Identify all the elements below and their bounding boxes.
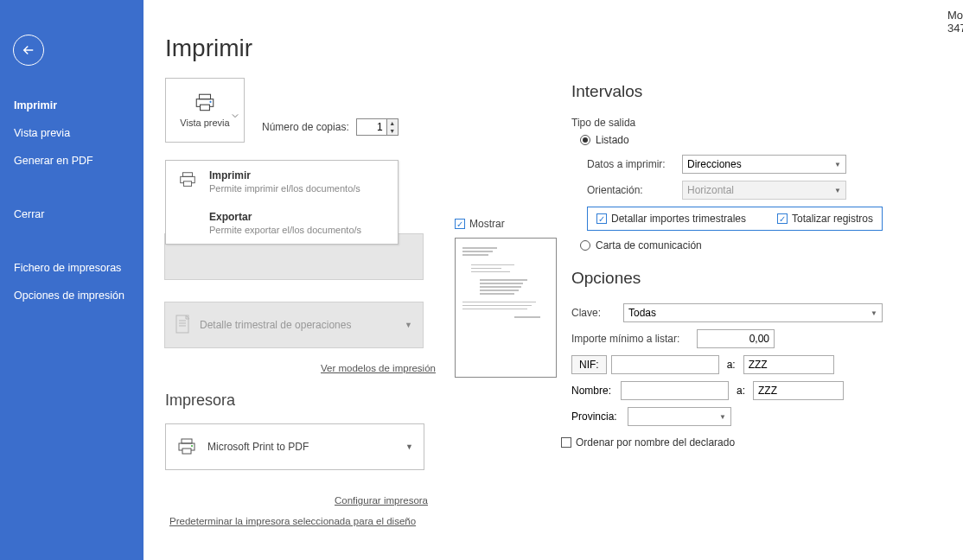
svg-rect-4: [183, 173, 193, 177]
detallar-checkbox[interactable]: ✓Detallar importes trimestrales: [596, 213, 746, 225]
printer-name: Microsoft Print to PDF: [207, 441, 309, 453]
back-button[interactable]: [13, 35, 44, 66]
datos-imprimir-value: Direcciones: [687, 158, 742, 170]
menu-exportar-desc: Permite exportar el/los documento/s: [209, 225, 361, 235]
svg-rect-2: [201, 105, 210, 111]
preview-thumbnail[interactable]: [455, 238, 557, 378]
vista-previa-label: Vista previa: [180, 118, 229, 128]
mostrar-label: Mostrar: [469, 218, 505, 230]
mostrar-checkbox[interactable]: ✓: [455, 219, 465, 229]
copies-spinner[interactable]: ▲ ▼: [356, 118, 399, 136]
a-label-1: a:: [724, 359, 739, 371]
svg-point-14: [191, 445, 193, 447]
detallar-label: Detallar importes trimestrales: [611, 213, 746, 225]
svg-point-3: [209, 100, 211, 102]
radio-carta[interactable]: [580, 240, 590, 251]
opciones-heading: Opciones: [571, 269, 883, 288]
datos-imprimir-label: Datos a imprimir:: [587, 158, 682, 170]
printer-icon: [194, 93, 216, 112]
menu-exportar[interactable]: Exportar Permite exportar el/los documen…: [166, 202, 398, 244]
orientacion-label: Orientación:: [587, 184, 682, 196]
printer-select[interactable]: Microsoft Print to PDF ▼: [165, 423, 424, 470]
ordenar-label: Ordenar por nombre del declarado: [576, 436, 735, 449]
orientacion-value: Horizontal: [687, 184, 734, 196]
a-label-2: a:: [733, 385, 749, 397]
menu-exportar-title: Exportar: [209, 211, 361, 223]
chevron-down-icon: ▼: [405, 321, 412, 329]
provincia-select[interactable]: ▼: [628, 407, 731, 426]
configurar-impresora-link[interactable]: Configurar impresora: [335, 495, 428, 506]
export-icon: [176, 211, 199, 235]
ver-modelos-link[interactable]: Ver modelos de impresión: [321, 363, 436, 373]
totalizar-label: Totalizar registros: [792, 213, 873, 225]
nombre-label: Nombre:: [571, 385, 616, 397]
copies-label: Número de copias:: [262, 121, 349, 133]
nombre-to-input[interactable]: [753, 381, 844, 400]
main-area: Modelo 347 Imprimir Vista previa Número …: [143, 0, 963, 560]
importe-label: Importe mínimo a listar:: [571, 333, 697, 345]
impresora-heading: Impresora: [165, 391, 235, 410]
spinner-up[interactable]: ▲: [387, 119, 398, 127]
nav-fichero-impresoras[interactable]: Fichero de impresoras: [0, 254, 143, 282]
orientacion-select: Horizontal▼: [682, 181, 846, 200]
nif-to-input[interactable]: [743, 355, 834, 374]
intervalos-heading: Intervalos: [571, 82, 883, 101]
clave-select[interactable]: Todas▼: [623, 303, 883, 322]
vista-previa-button[interactable]: Vista previa: [165, 78, 245, 143]
printer-icon: [176, 437, 197, 456]
nav-imprimir[interactable]: Imprimir: [0, 92, 143, 119]
radio-listado[interactable]: [580, 135, 590, 145]
nav-vista-previa[interactable]: Vista previa: [0, 119, 143, 147]
totalizar-checkbox[interactable]: ✓Totalizar registros: [777, 213, 873, 225]
radio-listado-label: Listado: [596, 134, 629, 146]
nombre-from-input[interactable]: [621, 381, 729, 400]
header-title: Modelo 347: [947, 9, 963, 35]
page-title: Imprimir: [165, 35, 963, 62]
svg-rect-13: [182, 449, 191, 454]
nav-generar-pdf[interactable]: Generar en PDF: [0, 147, 143, 175]
document-icon: [175, 315, 191, 336]
menu-imprimir[interactable]: Imprimir Permite imprimir el/los documen…: [166, 161, 398, 202]
tipo-salida-label: Tipo de salida: [571, 117, 883, 129]
vista-previa-menu: Imprimir Permite imprimir el/los documen…: [165, 160, 399, 245]
detail-label: Detalle trimestral de operaciones: [200, 319, 351, 331]
svg-rect-0: [200, 94, 211, 99]
menu-imprimir-desc: Permite imprimir el/los documento/s: [209, 183, 360, 194]
svg-rect-11: [182, 439, 192, 443]
ordenar-checkbox[interactable]: Ordenar por nombre del declarado: [561, 436, 883, 449]
clave-label: Clave:: [571, 307, 623, 319]
nav-cerrar[interactable]: Cerrar: [0, 200, 143, 228]
menu-imprimir-title: Imprimir: [209, 169, 360, 181]
printer-icon: [176, 169, 199, 194]
importe-input[interactable]: [697, 329, 775, 348]
radio-carta-label: Carta de comunicación: [596, 239, 702, 251]
chevron-down-icon: ▼: [405, 442, 413, 451]
sidebar: Imprimir Vista previa Generar en PDF Cer…: [0, 0, 143, 560]
copies-input[interactable]: [357, 119, 386, 135]
svg-rect-6: [183, 181, 191, 187]
provincia-label: Provincia:: [571, 410, 623, 423]
detail-trimestral-box[interactable]: Detalle trimestral de operaciones ▼: [164, 302, 424, 348]
clave-value: Todas: [628, 307, 656, 319]
nav-opciones-impresion[interactable]: Opciones de impresión: [0, 282, 143, 309]
nif-from-input[interactable]: [611, 355, 719, 374]
predeterminar-link[interactable]: Predeterminar la impresora seleccionada …: [169, 516, 416, 526]
dropdown-icon[interactable]: [232, 107, 239, 114]
spinner-down[interactable]: ▼: [387, 127, 398, 135]
checkbox-highlight-box: ✓Detallar importes trimestrales ✓Totaliz…: [587, 207, 883, 231]
datos-imprimir-select[interactable]: Direcciones▼: [682, 155, 846, 174]
right-panel: Intervalos Tipo de salida Listado Datos …: [571, 82, 883, 449]
nif-button[interactable]: NIF:: [571, 355, 607, 374]
